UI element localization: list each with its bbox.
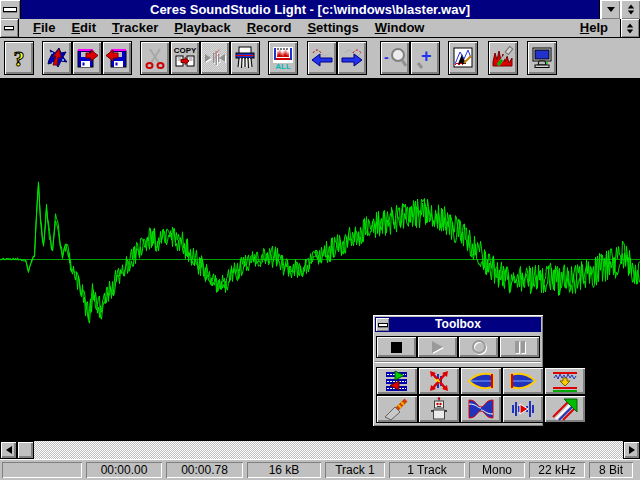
cut-button[interactable]	[140, 41, 170, 75]
edit-sample-button[interactable]	[448, 41, 478, 75]
toolbox-window: Toolbox	[372, 314, 544, 427]
ramp-button[interactable]	[544, 395, 586, 423]
restore-up-icon	[627, 5, 633, 9]
view-all-icon: ALL	[271, 45, 295, 71]
copy-button[interactable]: COPY	[170, 41, 200, 75]
fade-out-button[interactable]	[502, 367, 544, 395]
doc-restore-down-icon	[627, 29, 633, 33]
channel-swap-button[interactable]	[376, 367, 418, 395]
open-icon	[45, 45, 69, 71]
status-panel-bitdepth: 8 Bit	[589, 462, 633, 478]
delete-button[interactable]	[230, 41, 260, 75]
menu-tracker[interactable]: Tracker	[104, 19, 166, 37]
document-menu-icon	[4, 26, 14, 30]
status-panel-samplerate: 22 kHz	[529, 462, 585, 478]
status-panel-position: 00:00.00	[86, 462, 162, 478]
menu-settings[interactable]: Settings	[299, 19, 366, 37]
scroll-left-arrow-icon	[6, 446, 12, 454]
menu-record[interactable]: Record	[239, 19, 300, 37]
effects-tool-icon	[491, 45, 515, 71]
shredder-icon	[233, 45, 257, 71]
channel-swap-icon	[383, 369, 411, 393]
menu-edit[interactable]: Edit	[63, 19, 104, 37]
stop-icon	[391, 342, 402, 353]
menu-help[interactable]: Help	[572, 19, 616, 37]
toolbox-title-bar[interactable]: Toolbox	[375, 317, 541, 332]
pause-icon-2	[521, 341, 525, 353]
monitor-icon	[530, 45, 554, 71]
toolbox-menu-icon	[378, 323, 388, 327]
fade-in-button[interactable]	[460, 367, 502, 395]
system-menu-button[interactable]	[0, 0, 21, 19]
toolbox-title: Toolbox	[390, 317, 526, 332]
record-icon	[472, 340, 486, 354]
svg-text:ALL: ALL	[275, 62, 291, 71]
pinch-button[interactable]	[460, 395, 502, 423]
svg-text:COPY: COPY	[174, 46, 197, 55]
minimize-icon	[607, 7, 615, 12]
restore-button[interactable]	[620, 0, 640, 19]
save-button[interactable]	[72, 41, 102, 75]
system-menu-icon	[3, 7, 17, 12]
status-bar: 00:00.00 00:00.78 16 kB Track 1 1 Track …	[0, 459, 640, 480]
help-button[interactable]: ?	[4, 41, 34, 75]
robot-button[interactable]	[418, 395, 460, 423]
pinch-waveform-icon	[467, 397, 495, 421]
toolbox-system-menu-button[interactable]	[376, 318, 389, 331]
copy-icon: COPY	[173, 45, 197, 71]
menu-bar: File Edit Tracker Playback Record Settin…	[0, 19, 640, 38]
scroll-left-icon	[310, 45, 334, 71]
status-panel-channels: Mono	[469, 462, 525, 478]
scrollbar-left-button[interactable]	[0, 441, 17, 459]
scrape-tool-icon	[383, 397, 411, 421]
zoom-in-button[interactable]: +	[410, 41, 440, 75]
document-restore-button[interactable]	[620, 19, 640, 37]
display-button[interactable]	[527, 41, 557, 75]
insert-waveform-icon	[509, 397, 537, 421]
svg-text:?: ?	[14, 46, 25, 71]
fade-in-icon	[467, 369, 495, 393]
scroll-right-arrow-icon	[629, 446, 635, 454]
play-button[interactable]	[417, 336, 458, 358]
cross-mix-button[interactable]	[418, 367, 460, 395]
load-button[interactable]	[102, 41, 132, 75]
toolbox-divider	[375, 361, 541, 363]
open-button[interactable]	[42, 41, 72, 75]
menu-playback[interactable]: Playback	[166, 19, 238, 37]
amplify-button[interactable]	[544, 367, 586, 395]
status-panel-length: 00:00.78	[166, 462, 243, 478]
scrollbar-thumb[interactable]	[17, 441, 34, 459]
effects-button[interactable]	[488, 41, 518, 75]
status-panel-message	[2, 462, 82, 478]
paste-button[interactable]	[200, 41, 230, 75]
scroll-right-button[interactable]	[337, 41, 367, 75]
menu-file[interactable]: File	[25, 19, 63, 37]
stop-button[interactable]	[376, 336, 417, 358]
ramp-icon	[551, 397, 579, 421]
horizontal-scrollbar[interactable]	[0, 441, 640, 459]
zoom-out-button[interactable]: -	[380, 41, 410, 75]
view-all-button[interactable]: ALL	[268, 41, 298, 75]
paste-icon	[203, 45, 227, 71]
toolbar: ?	[0, 38, 640, 79]
minimize-button[interactable]	[600, 0, 620, 19]
zoom-out-icon: -	[383, 45, 407, 71]
record-button[interactable]	[458, 336, 499, 358]
menu-window[interactable]: Window	[367, 19, 433, 37]
document-system-menu-button[interactable]	[0, 19, 19, 37]
amplify-icon	[551, 369, 579, 393]
zoom-in-icon: +	[413, 45, 437, 71]
pause-button[interactable]	[499, 336, 540, 358]
play-icon	[432, 341, 443, 353]
pause-icon	[515, 341, 519, 353]
scrollbar-right-button[interactable]	[623, 441, 640, 459]
svg-text:-: -	[384, 49, 389, 65]
scroll-left-button[interactable]	[307, 41, 337, 75]
menu-items: File Edit Tracker Playback Record Settin…	[25, 19, 432, 37]
load-floppy-icon	[105, 45, 129, 71]
save-floppy-icon	[75, 45, 99, 71]
status-panel-track: Track 1	[325, 462, 385, 478]
scrape-tool-button[interactable]	[376, 395, 418, 423]
window-title: Ceres SoundStudio Light - [c:\windows\bl…	[21, 0, 600, 19]
insert-button[interactable]	[502, 395, 544, 423]
